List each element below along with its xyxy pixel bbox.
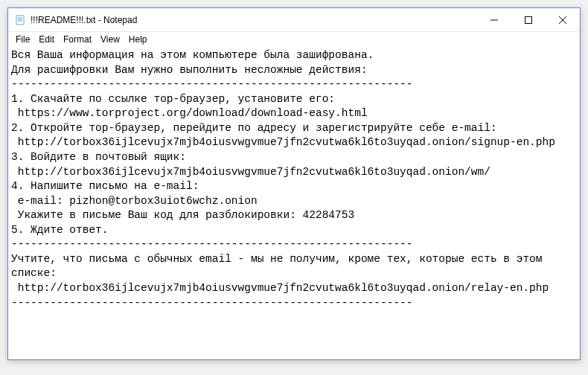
- separator-line: ----------------------------------------…: [11, 238, 413, 250]
- text-area[interactable]: Вся Ваша информация на этом компьютере б…: [8, 47, 580, 359]
- text-line: 3. Войдите в почтовый ящик:: [11, 151, 186, 163]
- notepad-window: !!!README!!!.txt - Notepad File Edit For…: [7, 7, 581, 360]
- text-line: 2. Откройте тор-браузер, перейдите по ад…: [11, 122, 497, 134]
- text-line: http://torbox36ijlcevujx7mjb4oiusvwgvmue…: [11, 166, 490, 178]
- menu-help[interactable]: Help: [124, 33, 152, 45]
- titlebar[interactable]: !!!README!!!.txt - Notepad: [8, 8, 580, 32]
- menu-view[interactable]: View: [96, 33, 124, 45]
- svg-rect-5: [525, 16, 532, 23]
- separator-line: ----------------------------------------…: [11, 297, 413, 309]
- text-line: e-mail: pizhon@torbox3uiot6wchz.onion: [11, 195, 258, 207]
- separator-line: ----------------------------------------…: [11, 78, 413, 90]
- menu-edit[interactable]: Edit: [34, 33, 59, 45]
- close-button[interactable]: [546, 8, 580, 31]
- menubar: File Edit Format View Help: [8, 32, 580, 47]
- text-line: http://torbox36ijlcevujx7mjb4oiusvwgvmue…: [11, 136, 555, 148]
- minimize-button[interactable]: [477, 8, 511, 31]
- maximize-button[interactable]: [511, 8, 546, 31]
- text-line: 1. Скачайте по ссылке тор-браузер, устан…: [11, 93, 335, 105]
- window-title: !!!README!!!.txt - Notepad: [31, 15, 477, 25]
- text-line: http://torbox36ijlcevujx7mjb4oiusvwgvmue…: [11, 282, 549, 294]
- notepad-icon: [14, 14, 26, 26]
- window-controls: [477, 8, 580, 31]
- text-line: Учтите, что письма с обычных email - мы …: [11, 253, 549, 280]
- menu-file[interactable]: File: [11, 33, 34, 45]
- menu-format[interactable]: Format: [59, 33, 96, 45]
- svg-rect-0: [16, 16, 24, 25]
- text-line: https://www.torproject.org/download/down…: [11, 107, 368, 119]
- text-line: 4. Напишите письмо на e-mail:: [11, 180, 199, 192]
- text-line: 5. Ждите ответ.: [11, 224, 109, 236]
- text-line: Укажите в письме Ваш код для разблокиров…: [11, 209, 354, 221]
- text-line: Для расшифровки Вам нужно выполнить несл…: [11, 64, 368, 76]
- text-line: Вся Ваша информация на этом компьютере б…: [11, 49, 374, 61]
